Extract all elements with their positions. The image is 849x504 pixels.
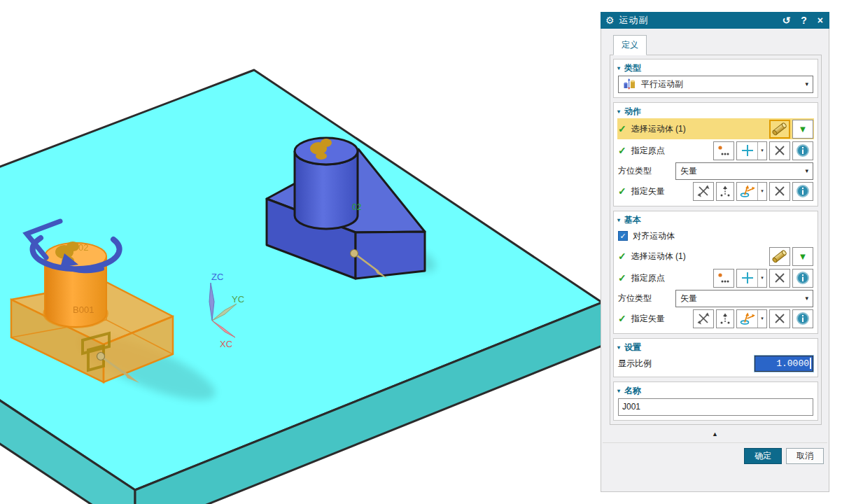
origin-info-button[interactable]	[792, 141, 813, 160]
base-orientation-dropdown[interactable]: 矢量 ▾	[675, 290, 813, 307]
chevron-down-icon[interactable]: ▾	[805, 295, 808, 302]
green-triangle-icon: ▼	[799, 124, 808, 134]
chevron-down-icon[interactable]: ▾	[805, 167, 808, 174]
point-dialog-button[interactable]	[713, 141, 734, 160]
vector-info-button[interactable]	[792, 182, 813, 201]
chevron-down-icon[interactable]: ▾	[757, 183, 766, 200]
name-group: ▾ 名称	[613, 382, 818, 421]
action-select-body-row[interactable]: ✓ 选择运动体 (1)	[617, 118, 814, 139]
align-body-row: ✓ 对齐运动体	[617, 227, 814, 245]
check-icon: ✓	[618, 123, 626, 134]
clear-x-icon	[773, 185, 786, 197]
action-specify-vector-row: ✓ 指定矢量	[617, 181, 814, 202]
point-offset-button[interactable]	[716, 309, 734, 328]
joint-type-dropdown[interactable]: 平行运动副 ▾	[618, 76, 813, 93]
viewport-3d: B001 B002	[0, 0, 601, 504]
blue-block-right-face[interactable]	[356, 232, 425, 279]
clear-origin-button[interactable]	[769, 141, 790, 160]
collapse-caret-icon[interactable]: ▾	[617, 108, 620, 115]
vector-info-button[interactable]	[792, 309, 813, 328]
vector-constructor-split-button[interactable]: ▾	[736, 182, 767, 201]
name-group-title: 名称	[624, 385, 641, 397]
point-dialog-button[interactable]	[713, 269, 734, 288]
joint-name-input[interactable]	[618, 398, 813, 416]
chevron-down-icon[interactable]: ▾	[805, 80, 808, 88]
chevron-down-icon[interactable]: ▾	[757, 270, 766, 287]
collapse-caret-icon[interactable]: ▾	[617, 344, 620, 351]
origin-sphere-handle[interactable]	[97, 353, 105, 360]
tab-definition[interactable]: 定义	[613, 35, 647, 55]
clear-origin-button[interactable]	[769, 269, 790, 288]
chevron-down-icon[interactable]: ▾	[757, 142, 766, 160]
vector-constructor-split-button[interactable]: ▾	[736, 309, 767, 328]
align-body-label: 对齐运动体	[633, 230, 675, 242]
type-group: ▾ 类型	[613, 59, 818, 98]
select-body-button[interactable]	[769, 247, 790, 266]
check-icon: ✓	[618, 145, 626, 156]
select-body-button[interactable]	[769, 120, 790, 139]
collapse-caret-icon[interactable]: ▾	[617, 388, 620, 394]
motion-joint-dialog: ⚙ 运动副 ↺ ? × 定义 ▾ 类型	[601, 12, 829, 492]
base-specify-vector-label: 指定矢量	[631, 313, 665, 325]
display-scale-row: 显示比例 1.0000	[617, 354, 814, 372]
body-list-expand-button[interactable]: ▼	[792, 247, 813, 266]
origin-sphere-handle[interactable]	[351, 250, 358, 258]
display-scale-field[interactable]: 1.0000	[755, 356, 813, 372]
action-orientation-value: 矢量	[680, 165, 697, 177]
origin-info-button[interactable]	[792, 269, 813, 288]
chevron-down-icon[interactable]: ▾	[757, 310, 766, 328]
help-icon[interactable]: ?	[801, 15, 807, 26]
body-list-expand-button[interactable]: ▼	[792, 120, 813, 139]
base-group-header[interactable]: ▾ 基本	[617, 214, 814, 226]
action-orientation-dropdown[interactable]: 矢量 ▾	[675, 162, 813, 180]
body-label-b001: B001	[73, 304, 94, 315]
dialog-collapse-button[interactable]: ▲	[601, 430, 829, 438]
base-group-title: 基本	[624, 214, 641, 226]
base-select-body-label: 选择运动体 (1)	[631, 251, 686, 262]
joint-label-partial: 02	[352, 202, 362, 212]
display-scale-value: 1.0000	[776, 358, 809, 369]
text-cursor	[810, 358, 811, 369]
point-icon	[717, 271, 731, 285]
inferred-point-icon	[741, 272, 754, 284]
clear-vector-button[interactable]	[769, 309, 790, 328]
xc-axis-label: XC	[220, 339, 232, 349]
cancel-button[interactable]: 取消	[786, 448, 824, 464]
info-icon	[796, 144, 810, 158]
dialog-titlebar[interactable]: ⚙ 运动副 ↺ ? ×	[601, 12, 829, 29]
ok-button[interactable]: 确定	[744, 448, 782, 464]
clear-vector-button[interactable]	[769, 182, 790, 201]
close-icon[interactable]: ×	[818, 15, 823, 26]
two-point-vector-button[interactable]	[693, 182, 714, 201]
base-orientation-value: 矢量	[680, 293, 697, 304]
reset-icon[interactable]: ↺	[783, 15, 791, 26]
settings-group-header[interactable]: ▾ 设置	[617, 341, 814, 354]
action-group-title: 动作	[624, 106, 641, 118]
point-constructor-split-button[interactable]: ▾	[736, 269, 767, 288]
display-scale-label: 显示比例	[618, 358, 652, 370]
clear-x-icon	[773, 312, 786, 325]
name-group-header[interactable]: ▾ 名称	[617, 384, 814, 397]
name-row	[617, 398, 814, 416]
point-offset-button[interactable]	[716, 182, 734, 201]
point-constructor-split-button[interactable]: ▾	[736, 141, 767, 160]
yc-axis-label: YC	[232, 294, 244, 304]
dialog-footer: 确定 取消	[601, 443, 829, 464]
collapse-caret-icon[interactable]: ▾	[617, 65, 620, 71]
motion-body-b003-cylinder[interactable]	[295, 138, 358, 229]
info-icon	[796, 271, 810, 285]
two-point-vector-button[interactable]	[693, 309, 714, 328]
point-icon	[717, 144, 731, 158]
type-group-header[interactable]: ▾ 类型	[617, 62, 814, 74]
dashed-arrow-icon	[719, 312, 731, 325]
action-orientation-label: 方位类型	[618, 165, 652, 177]
collapse-caret-icon[interactable]: ▾	[617, 217, 620, 223]
settings-group: ▾ 设置 显示比例 1.0000	[613, 338, 818, 377]
base-orientation-row: 方位类型 矢量 ▾	[617, 289, 814, 307]
action-group-header[interactable]: ▾ 动作	[617, 105, 814, 118]
action-orientation-row: 方位类型 矢量 ▾	[617, 162, 814, 180]
check-icon: ✓	[618, 272, 626, 284]
align-body-checkbox[interactable]: ✓	[618, 231, 628, 241]
check-icon: ✓	[618, 251, 626, 262]
base-select-body-row[interactable]: ✓ 选择运动体 (1)	[617, 246, 814, 267]
